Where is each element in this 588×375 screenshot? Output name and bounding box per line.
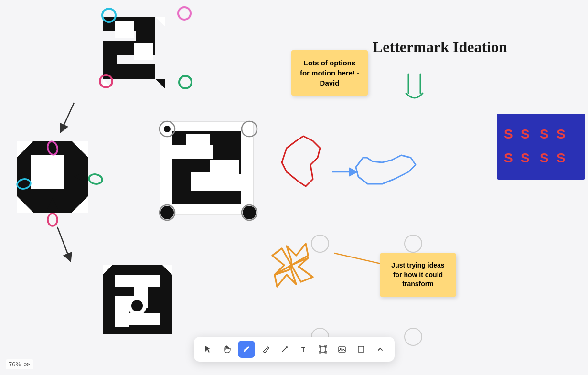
eraser-tool[interactable] <box>257 341 274 358</box>
svg-point-60 <box>131 300 143 311</box>
svg-line-65 <box>334 253 387 265</box>
sticky-note-transform: Just trying ideas for how it could trans… <box>380 253 456 297</box>
svg-text:S: S <box>556 150 566 165</box>
toolbar: T <box>194 337 395 362</box>
svg-text:S: S <box>504 150 513 165</box>
svg-rect-38 <box>172 191 241 204</box>
text-tool[interactable]: T <box>295 341 312 358</box>
zoom-indicator: 76% ≫ <box>6 359 33 369</box>
svg-text:S: S <box>540 150 549 165</box>
svg-point-44 <box>405 328 422 345</box>
svg-text:S: S <box>556 127 566 141</box>
svg-text:S: S <box>540 127 549 141</box>
svg-rect-66 <box>497 114 585 180</box>
select-tool[interactable] <box>200 341 217 358</box>
svg-rect-19 <box>31 155 64 189</box>
zoom-value: 76% <box>9 361 21 368</box>
sticky-note-motion: Lots of options for motion here! -David <box>291 50 368 96</box>
svg-rect-40 <box>210 160 239 182</box>
hand-tool[interactable] <box>219 341 236 358</box>
line-tool[interactable] <box>276 341 293 358</box>
svg-rect-86 <box>358 346 364 352</box>
svg-point-31 <box>48 214 57 226</box>
svg-text:S: S <box>521 150 530 165</box>
svg-point-13 <box>178 7 191 20</box>
svg-rect-84 <box>339 347 345 352</box>
svg-point-41 <box>311 235 329 252</box>
frame-tool[interactable] <box>314 341 331 358</box>
svg-marker-9 <box>155 17 165 26</box>
svg-point-15 <box>179 76 192 88</box>
svg-text:S: S <box>504 127 513 141</box>
page-title: Lettermark Ideation <box>373 38 507 56</box>
svg-point-49 <box>160 206 174 219</box>
svg-point-50 <box>243 206 256 219</box>
image-tool[interactable] <box>333 341 351 358</box>
canvas: S S S S S S S S Lettermark Ideation Lots… <box>0 0 588 375</box>
svg-rect-6 <box>115 21 134 38</box>
svg-rect-7 <box>134 43 153 60</box>
svg-rect-39 <box>186 134 210 155</box>
svg-text:T: T <box>301 346 305 353</box>
svg-line-63 <box>57 227 69 258</box>
svg-line-16 <box>62 103 74 129</box>
svg-point-30 <box>88 173 103 185</box>
svg-text:S: S <box>521 127 530 141</box>
svg-point-51 <box>164 126 171 132</box>
svg-marker-11 <box>155 79 165 88</box>
svg-point-42 <box>405 235 422 252</box>
expand-icon[interactable]: ≫ <box>24 361 31 368</box>
svg-marker-76 <box>263 347 269 353</box>
svg-line-77 <box>282 347 287 352</box>
shape-tool[interactable] <box>353 341 370 358</box>
more-tool[interactable] <box>372 341 389 358</box>
pen-tool[interactable] <box>238 341 255 358</box>
